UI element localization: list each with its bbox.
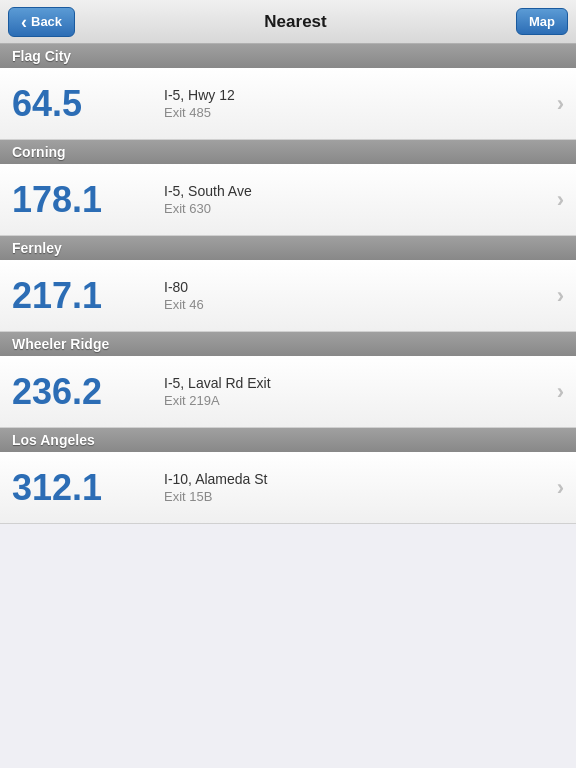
nav-title: Nearest [264,12,326,32]
section-header-0: Flag City [0,44,576,68]
distance-value: 312.1 [12,467,152,509]
exit-label: Exit 46 [164,297,549,312]
list-item[interactable]: 178.1I-5, South AveExit 630› [0,164,576,236]
back-button[interactable]: Back [8,7,75,37]
chevron-right-icon: › [557,283,564,309]
chevron-right-icon: › [557,91,564,117]
distance-value: 236.2 [12,371,152,413]
distance-value: 64.5 [12,83,152,125]
row-details: I-10, Alameda StExit 15B [152,471,549,504]
highway-label: I-80 [164,279,549,295]
highway-label: I-5, Hwy 12 [164,87,549,103]
row-details: I-5, Hwy 12Exit 485 [152,87,549,120]
section-header-1: Corning [0,140,576,164]
distance-value: 217.1 [12,275,152,317]
highway-label: I-10, Alameda St [164,471,549,487]
highway-label: I-5, South Ave [164,183,549,199]
section-header-3: Wheeler Ridge [0,332,576,356]
exit-label: Exit 630 [164,201,549,216]
section-header-2: Fernley [0,236,576,260]
list-item[interactable]: 312.1I-10, Alameda StExit 15B› [0,452,576,524]
row-details: I-5, Laval Rd ExitExit 219A [152,375,549,408]
map-button[interactable]: Map [516,8,568,35]
list-item[interactable]: 236.2I-5, Laval Rd ExitExit 219A› [0,356,576,428]
highway-label: I-5, Laval Rd Exit [164,375,549,391]
distance-value: 178.1 [12,179,152,221]
list-item[interactable]: 217.1I-80Exit 46› [0,260,576,332]
list-content: Flag City64.5I-5, Hwy 12Exit 485›Corning… [0,44,576,524]
list-item[interactable]: 64.5I-5, Hwy 12Exit 485› [0,68,576,140]
section-header-4: Los Angeles [0,428,576,452]
chevron-right-icon: › [557,379,564,405]
chevron-right-icon: › [557,187,564,213]
exit-label: Exit 15B [164,489,549,504]
row-details: I-80Exit 46 [152,279,549,312]
nav-bar: Back Nearest Map [0,0,576,44]
row-details: I-5, South AveExit 630 [152,183,549,216]
exit-label: Exit 485 [164,105,549,120]
chevron-right-icon: › [557,475,564,501]
exit-label: Exit 219A [164,393,549,408]
